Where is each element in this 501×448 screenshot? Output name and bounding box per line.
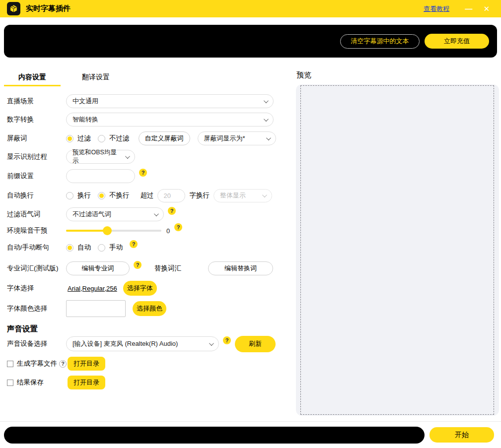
result-save-checkbox[interactable]	[7, 380, 13, 386]
filler-filter-row: 过滤语气词 不过滤语气词 ?	[7, 206, 176, 223]
wrap-count-input[interactable]	[164, 192, 179, 199]
chevron-down-icon	[264, 98, 269, 103]
chevron-down-icon	[209, 341, 214, 346]
prefix-row: 前缀设置 ?	[7, 168, 147, 185]
footer-divider	[0, 421, 501, 422]
noise-help-icon[interactable]: ?	[174, 223, 182, 231]
slider-fill	[66, 230, 107, 232]
sound-settings-heading: 声音设置	[7, 324, 38, 334]
prefix-input[interactable]	[72, 173, 129, 180]
prefix-label: 前缀设置	[7, 172, 66, 181]
radio-wrap-label[interactable]: 换行	[77, 191, 91, 200]
blocked-words-display-value: 屏蔽词显示为*	[204, 134, 245, 143]
preview-panel	[296, 84, 499, 416]
radio-no-filter[interactable]	[98, 135, 105, 142]
filler-filter-select[interactable]: 不过滤语气词	[66, 207, 164, 221]
replace-vocab-label: 替换词汇	[154, 264, 181, 273]
noise-row: 环境噪音干预 0 ?	[7, 222, 182, 239]
custom-blocked-words-button[interactable]: 自定义屏蔽词	[139, 131, 190, 145]
radio-no-filter-label[interactable]: 不过滤	[109, 134, 130, 143]
display-mode-value: 整体显示	[220, 191, 246, 200]
pro-vocab-label: 专业词汇(测试版)	[7, 264, 66, 273]
auto-wrap-row: 自动换行 换行 不换行 超过 字换行 整体显示	[7, 187, 272, 204]
font-color-row: 字体颜色选择 选择颜色	[7, 300, 166, 317]
font-select-label: 字体选择	[7, 284, 66, 293]
recharge-button[interactable]: 立即充值	[425, 34, 489, 49]
auto-wrap-label: 自动换行	[7, 191, 66, 200]
sound-device-select[interactable]: [输入设备] 麦克风 (Realtek(R) Audio)	[66, 336, 219, 351]
app-logo	[7, 2, 20, 15]
refresh-button[interactable]: 刷新	[235, 336, 276, 352]
edit-pro-vocab-button[interactable]: 编辑专业词	[66, 261, 130, 275]
radio-auto-break-label[interactable]: 自动	[77, 243, 91, 252]
start-button[interactable]: 开始	[429, 427, 494, 443]
chevron-down-icon	[266, 135, 271, 140]
radio-manual-break[interactable]	[98, 244, 105, 252]
recognition-display-select[interactable]: 预览和OBS均显示	[66, 150, 135, 164]
prefix-input-wrap	[66, 169, 135, 183]
title-bar: 实时字幕插件 查看教程 — ✕	[0, 0, 501, 17]
font-color-input[interactable]	[71, 305, 121, 313]
result-save-label[interactable]: 结果保存	[17, 378, 44, 387]
subtitle-file-row: 生成字幕文件 ? 打开目录	[7, 355, 67, 372]
current-font-link[interactable]: Arial,Regular,256	[68, 285, 117, 292]
sound-device-row: 声音设备选择 [输入设备] 麦克风 (Realtek(R) Audio) ? 刷…	[7, 335, 276, 352]
app-window: 实时字幕插件 查看教程 — ✕ 清空字幕源中的文本 立即充值 内容设置 翻译设置…	[0, 0, 501, 448]
prefix-help-icon[interactable]: ?	[139, 169, 147, 177]
radio-no-wrap[interactable]	[98, 192, 105, 199]
number-convert-label: 数字转换	[7, 115, 66, 124]
chevron-down-icon	[262, 192, 267, 197]
filler-filter-label: 过滤语气词	[7, 210, 66, 219]
recognition-display-value: 预览和OBS均显示	[72, 148, 121, 165]
pro-vocab-help-icon[interactable]: ?	[134, 261, 142, 269]
live-scene-select[interactable]: 中文通用	[66, 94, 274, 108]
filler-filter-help-icon[interactable]: ?	[168, 207, 176, 215]
radio-filter[interactable]	[66, 135, 73, 142]
radio-no-wrap-label[interactable]: 不换行	[109, 191, 130, 200]
tab-translation-settings[interactable]: 翻译设置	[68, 70, 124, 86]
display-mode-select[interactable]: 整体显示	[214, 189, 272, 202]
tab-content-settings[interactable]: 内容设置	[4, 70, 61, 86]
close-button[interactable]: ✕	[479, 0, 494, 17]
blocked-words-label: 屏蔽词	[7, 134, 66, 143]
sentence-break-label: 自动/手动断句	[7, 243, 66, 252]
live-scene-label: 直播场景	[7, 97, 66, 106]
blocked-words-row: 屏蔽词 过滤 不过滤 自定义屏蔽词 屏蔽词显示为*	[7, 130, 276, 147]
preview-label: 预览	[296, 70, 311, 80]
sentence-break-help-icon[interactable]: ?	[130, 240, 138, 248]
sound-device-help-icon[interactable]: ?	[223, 336, 231, 344]
noise-slider[interactable]	[66, 227, 161, 235]
minimize-button[interactable]: —	[461, 0, 476, 17]
radio-auto-break[interactable]	[66, 244, 73, 252]
noise-value: 0	[166, 227, 170, 235]
subtitle-display-bar	[4, 427, 425, 444]
subtitle-file-label[interactable]: 生成字幕文件	[17, 359, 57, 368]
slider-thumb[interactable]	[103, 226, 112, 235]
choose-font-button[interactable]: 选择字体	[123, 281, 157, 296]
radio-manual-break-label[interactable]: 手动	[109, 243, 123, 252]
radio-wrap[interactable]	[66, 192, 73, 199]
subtitle-file-help-icon[interactable]: ?	[59, 360, 67, 368]
live-scene-value: 中文通用	[72, 97, 98, 106]
result-save-row: 结果保存 打开目录	[7, 374, 44, 391]
chevron-down-icon	[125, 154, 130, 159]
wrap-count-input-wrap	[157, 189, 185, 202]
number-convert-select[interactable]: 智能转换	[66, 113, 274, 127]
edit-replace-vocab-button[interactable]: 编辑替换词	[208, 261, 273, 275]
choose-color-button[interactable]: 选择颜色	[133, 301, 166, 316]
top-banner: 清空字幕源中的文本 立即充值	[4, 25, 497, 58]
tutorial-link[interactable]: 查看教程	[424, 4, 449, 13]
chevron-down-icon	[154, 211, 159, 216]
open-subtitle-dir-button[interactable]: 打开目录	[68, 357, 105, 371]
clear-subtitle-source-button[interactable]: 清空字幕源中的文本	[340, 34, 420, 49]
font-color-input-wrap	[66, 300, 126, 317]
number-convert-value: 智能转换	[72, 115, 98, 124]
subtitle-file-checkbox[interactable]	[7, 361, 13, 367]
radio-filter-label[interactable]: 过滤	[77, 134, 91, 143]
open-result-dir-button[interactable]: 打开目录	[68, 376, 105, 389]
app-title: 实时字幕插件	[26, 4, 71, 13]
live-scene-row: 直播场景 中文通用	[7, 93, 274, 110]
settings-tabs: 内容设置 翻译设置	[4, 70, 124, 86]
blocked-words-display-select[interactable]: 屏蔽词显示为*	[198, 131, 276, 145]
vocab-row: 专业词汇(测试版) 编辑专业词 ? 替换词汇 编辑替换词	[7, 260, 273, 277]
